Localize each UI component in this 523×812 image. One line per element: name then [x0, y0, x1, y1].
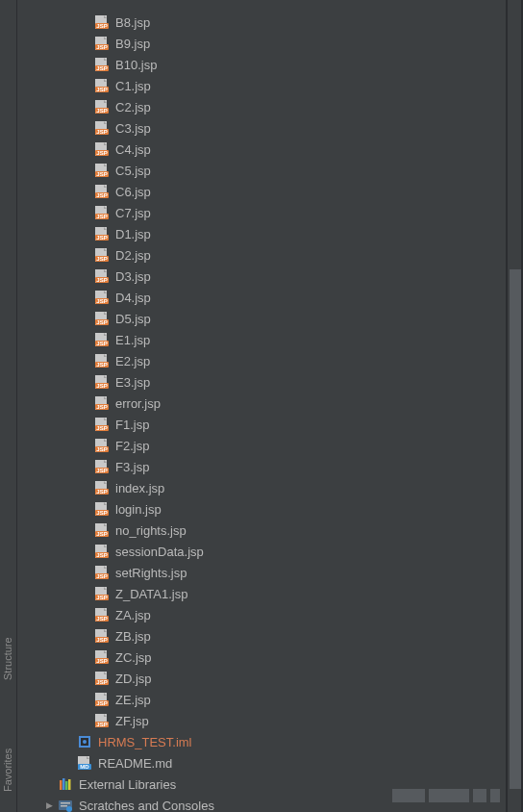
jsp-file-icon: JSP	[94, 141, 110, 157]
tree-item[interactable]: JSPerror.jsp	[17, 393, 506, 414]
scratch-file-icon	[58, 798, 73, 812]
jsp-file-icon: JSP	[94, 586, 110, 601]
expand-arrow-icon[interactable]	[42, 777, 56, 791]
svg-text:JSP: JSP	[96, 700, 107, 706]
tree-item[interactable]: JSPE1.jsp	[17, 329, 506, 350]
tree-item[interactable]: JSPZ_DATA1.jsp	[17, 583, 506, 604]
tree-item[interactable]: JSPno_rights.jsp	[17, 520, 506, 541]
svg-text:JSP: JSP	[96, 552, 107, 558]
jsp-file-icon: JSP	[94, 522, 110, 538]
tree-item[interactable]: JSPD4.jsp	[17, 287, 506, 308]
svg-text:JSP: JSP	[96, 573, 107, 579]
jsp-file-icon: JSP	[94, 184, 110, 199]
tree-item[interactable]: JSPF3.jsp	[17, 456, 506, 477]
svg-rect-178	[62, 778, 65, 790]
jsp-file-icon: JSP	[94, 649, 110, 665]
tree-item-label: External Libraries	[79, 777, 176, 792]
tree-item[interactable]: JSPC2.jsp	[17, 96, 506, 117]
tree-item[interactable]: JSPsessionData.jsp	[17, 541, 506, 562]
tree-item[interactable]: JSPD3.jsp	[17, 266, 506, 287]
tree-item-label: B10.jsp	[115, 58, 157, 72]
jsp-file-icon: JSP	[94, 163, 110, 178]
tree-item[interactable]: JSPD5.jsp	[17, 308, 506, 329]
svg-text:JSP: JSP	[96, 87, 107, 92]
tree-item[interactable]: JSPindex.jsp	[17, 477, 506, 498]
tree-item-label: Z_DATA1.jsp	[115, 587, 187, 601]
tree-item-label: D1.jsp	[115, 227, 151, 241]
svg-rect-183	[61, 805, 67, 807]
tool-tab-favorites[interactable]: Favorites	[0, 731, 17, 808]
svg-text:JSP: JSP	[96, 129, 107, 135]
tree-item[interactable]: JSPZB.jsp	[17, 625, 506, 647]
jsp-file-icon: JSP	[94, 417, 110, 432]
tree-item-label: C2.jsp	[115, 100, 151, 114]
tree-item[interactable]: JSPZF.jsp	[17, 710, 506, 731]
svg-text:JSP: JSP	[96, 425, 107, 431]
svg-text:JSP: JSP	[96, 595, 107, 600]
svg-text:JSP: JSP	[96, 319, 107, 325]
svg-text:JSP: JSP	[96, 679, 107, 685]
svg-text:JSP: JSP	[96, 192, 107, 198]
svg-text:JSP: JSP	[96, 171, 107, 177]
tool-tab-structure[interactable]: Structure	[0, 616, 17, 702]
tree-item[interactable]: JSPZD.jsp	[17, 668, 506, 689]
svg-rect-180	[68, 779, 71, 790]
svg-text:JSP: JSP	[96, 108, 107, 114]
svg-text:JSP: JSP	[96, 616, 107, 622]
sidebar-tool-tabs: Structure Favorites	[0, 0, 17, 812]
jsp-file-icon: JSP	[94, 247, 110, 263]
tree-item[interactable]: MDREADME.md	[17, 752, 506, 774]
status-seg	[392, 789, 425, 802]
jsp-file-icon: JSP	[94, 480, 110, 495]
tree-item[interactable]: JSPF2.jsp	[17, 435, 506, 456]
expand-arrow-icon[interactable]: ▶	[42, 799, 56, 812]
tree-item-label: HRMS_TEST.iml	[98, 735, 192, 749]
tree-item-label: E1.jsp	[115, 333, 150, 347]
tree-item[interactable]: JSPB10.jsp	[17, 54, 506, 75]
tree-item-label: D2.jsp	[115, 248, 151, 263]
jsp-file-icon: JSP	[94, 713, 110, 728]
tree-item[interactable]: JSPZA.jsp	[17, 604, 506, 625]
tree-item[interactable]: JSPZC.jsp	[17, 647, 506, 668]
jsp-file-icon: JSP	[94, 374, 110, 390]
tree-item[interactable]: JSPC1.jsp	[17, 75, 506, 96]
tree-item[interactable]: JSPC5.jsp	[17, 160, 506, 181]
tree-item-label: F2.jsp	[115, 439, 149, 453]
tree-item[interactable]: JSPC7.jsp	[17, 202, 506, 223]
tree-item[interactable]: JSPD2.jsp	[17, 244, 506, 266]
tree-item[interactable]: HRMS_TEST.iml	[17, 731, 506, 752]
scrollbar-thumb[interactable]	[510, 269, 521, 789]
svg-text:JSP: JSP	[96, 489, 107, 495]
jsp-file-icon: JSP	[94, 268, 110, 284]
jsp-file-icon: JSP	[94, 671, 110, 686]
tree-item[interactable]: JSPsetRights.jsp	[17, 562, 506, 583]
tree-item[interactable]: JSPC6.jsp	[17, 181, 506, 202]
tree-item[interactable]: JSPC3.jsp	[17, 117, 506, 139]
status-bar-segments	[392, 789, 515, 804]
tree-item-label: E3.jsp	[115, 375, 150, 390]
jsp-file-icon: JSP	[94, 205, 110, 220]
tree-item[interactable]: JSPlogin.jsp	[17, 498, 506, 520]
jsp-file-icon: JSP	[94, 57, 110, 72]
tree-item[interactable]: JSPE3.jsp	[17, 371, 506, 393]
tree-item[interactable]: JSPD1.jsp	[17, 223, 506, 244]
svg-text:JSP: JSP	[96, 362, 107, 368]
tree-item-label: ZE.jsp	[115, 693, 151, 707]
md-file-icon: MD	[77, 755, 92, 771]
jsp-file-icon: JSP	[94, 692, 110, 707]
tree-item[interactable]: JSPZE.jsp	[17, 689, 506, 710]
tree-item-label: ZF.jsp	[115, 714, 149, 728]
jsp-file-icon: JSP	[94, 438, 110, 453]
tree-item[interactable]: JSPB8.jsp	[17, 12, 506, 33]
tree-item[interactable]: JSPE2.jsp	[17, 350, 506, 371]
svg-text:JSP: JSP	[96, 65, 107, 71]
project-tree[interactable]: JSPB8.jspJSPB9.jspJSPB10.jspJSPC1.jspJSP…	[17, 0, 506, 812]
tree-item[interactable]: JSPF1.jsp	[17, 414, 506, 435]
tree-item[interactable]: JSPB9.jsp	[17, 33, 506, 54]
svg-rect-182	[61, 802, 70, 804]
tree-item[interactable]: JSPC4.jsp	[17, 139, 506, 160]
tree-item-label: index.jsp	[115, 481, 164, 495]
vertical-scrollbar[interactable]	[508, 0, 521, 812]
tree-item-label: setRights.jsp	[115, 566, 187, 580]
structure-label: Structure	[2, 638, 13, 681]
